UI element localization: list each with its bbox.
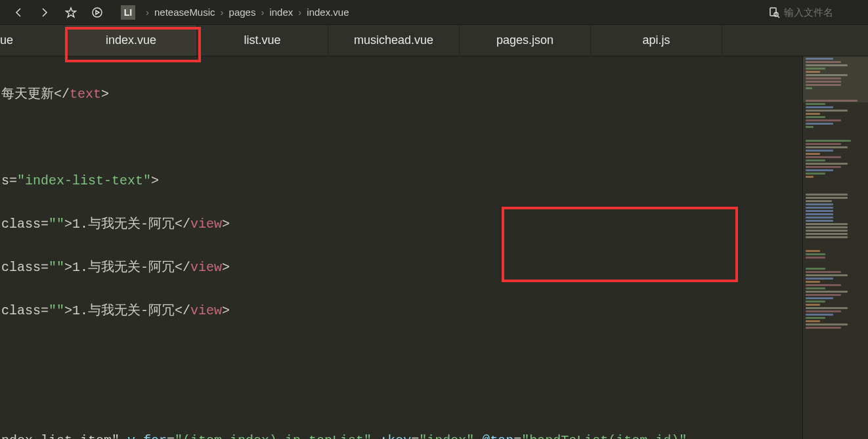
t: class=	[1, 217, 49, 232]
tab-index-vue[interactable]: index.vue	[66, 25, 197, 56]
back-icon[interactable]	[11, 5, 26, 20]
code-area[interactable]: 每天更新</text> s="index-list-text"> class="…	[0, 56, 802, 439]
t: 每天更新</	[1, 87, 70, 102]
breadcrumb: › neteaseMusic › pages › index › index.v…	[141, 7, 349, 18]
t: >	[151, 173, 159, 188]
t: @tap	[474, 433, 513, 439]
tab-label: api.js	[642, 33, 670, 47]
tab-label: ue	[0, 33, 13, 47]
t: ""	[49, 303, 64, 318]
t: :key	[372, 433, 411, 439]
t: view	[190, 303, 222, 318]
tab-pages-json[interactable]: pages.json	[460, 25, 591, 56]
t: "handToList(item.id)"	[521, 433, 687, 439]
tab-bar: ue index.vue list.vue musichead.vue page…	[0, 25, 868, 56]
t: >	[222, 260, 230, 275]
svg-point-0	[93, 8, 102, 17]
t: >1.与我无关-阿冗</	[64, 260, 190, 275]
star-icon[interactable]	[63, 5, 79, 20]
t: view	[190, 217, 222, 232]
toolbar: LI › neteaseMusic › pages › index › inde…	[0, 0, 868, 25]
t: class=	[1, 303, 49, 318]
t: ""	[49, 217, 64, 232]
tab-label: musichead.vue	[354, 33, 433, 47]
blank-line	[0, 127, 802, 148]
t: ndex-list-item"	[1, 433, 119, 439]
t: >1.与我无关-阿冗</	[64, 217, 190, 232]
tab-cut[interactable]: ue	[0, 25, 66, 56]
minimap[interactable]	[802, 56, 868, 439]
t: =	[411, 433, 419, 439]
crumb-3[interactable]: index.vue	[307, 7, 349, 18]
search-file-icon	[768, 7, 780, 18]
t: >	[101, 87, 109, 102]
editor: 每天更新</text> s="index-list-text"> class="…	[0, 56, 868, 439]
chevron-right-icon: ›	[298, 7, 301, 18]
tab-label: index.vue	[106, 33, 156, 47]
tab-musichead-vue[interactable]: musichead.vue	[328, 25, 460, 56]
t: "index"	[419, 433, 474, 439]
t: >	[222, 303, 230, 318]
search-input[interactable]	[784, 7, 863, 18]
chevron-right-icon: ›	[261, 7, 264, 18]
tab-api-js[interactable]: api.js	[591, 25, 722, 56]
t: s=	[1, 173, 17, 188]
blank-line	[0, 387, 802, 408]
chevron-right-icon: ›	[146, 7, 149, 18]
svg-rect-1	[770, 8, 776, 16]
chevron-right-icon: ›	[221, 7, 224, 18]
file-search	[768, 7, 863, 18]
t: class=	[1, 260, 49, 275]
tab-list-vue[interactable]: list.vue	[197, 25, 328, 56]
t: v-for	[119, 433, 167, 439]
t: =	[167, 433, 175, 439]
t: ""	[49, 260, 64, 275]
crumb-2[interactable]: index	[269, 7, 293, 18]
tab-label: list.vue	[244, 33, 280, 47]
t: "index-list-text"	[17, 173, 151, 188]
minimap-viewport[interactable]	[803, 56, 868, 102]
blank-line	[0, 343, 802, 365]
forward-icon[interactable]	[37, 5, 53, 20]
crumb-1[interactable]: pages	[229, 7, 256, 18]
t: "(item,index) in topList"	[175, 433, 372, 439]
t: view	[190, 260, 222, 275]
crumb-0[interactable]: neteaseMusic	[154, 7, 215, 18]
run-icon[interactable]	[89, 5, 105, 20]
t: >	[222, 217, 230, 232]
t: >1.与我无关-阿冗</	[64, 303, 190, 318]
t: =	[513, 433, 521, 439]
app-badge-icon: LI	[121, 5, 135, 20]
t: text	[70, 87, 101, 102]
tab-label: pages.json	[496, 33, 553, 47]
